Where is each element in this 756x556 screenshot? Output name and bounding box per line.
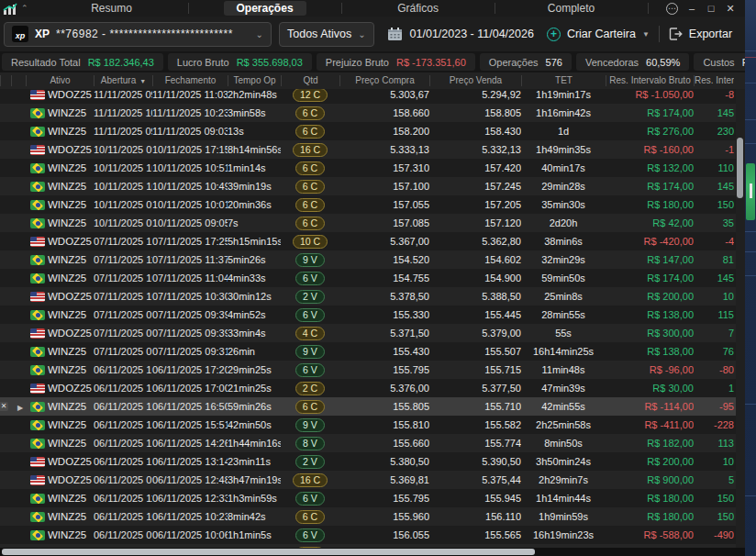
table-row[interactable]: WINZ2506/11/2025 1006/11/2025 10:238min4… [0, 507, 745, 526]
cell-res-interv: 5 [694, 474, 734, 485]
table-row[interactable]: WINZ2506/11/2025 1106/11/2025 12:331h3mi… [0, 489, 745, 507]
calendar-icon[interactable] [387, 27, 403, 41]
table-row[interactable]: WINZ2511/11/2025 1011/11/2025 10:233min5… [0, 104, 745, 122]
tab-graficos[interactable]: Gráficos [342, 0, 495, 17]
table-row[interactable]: WINZ2510/11/2025 1010/11/2025 10:511min1… [0, 159, 745, 177]
cell-preco-compra: 157.100 [339, 181, 429, 192]
qty-buy-badge: 6 C [295, 198, 325, 212]
table-row[interactable]: WDOZ2506/11/2025 0906/11/2025 12:483h47m… [0, 471, 745, 489]
qty-buy-badge: 6 C [295, 161, 325, 175]
cell-res-intervalo-bruto: R$ 200,00 [606, 456, 694, 467]
cell-tet: 1h19min17s [521, 89, 606, 100]
table-row[interactable]: WDOZ2507/11/2025 1207/11/2025 17:255h15m… [0, 232, 745, 250]
cell-preco-venda: 155.445 [429, 309, 521, 320]
table-row[interactable]: WINZ2510/11/2025 1010/11/2025 10:4939min… [0, 177, 745, 195]
brazil-flag-icon [30, 200, 45, 210]
cell-ativo: WINZ25 [48, 438, 94, 449]
horizontal-scrollbar-thumb[interactable] [2, 549, 535, 555]
maximize-icon[interactable]: □ [706, 3, 717, 14]
column-header-abertura[interactable]: Abertura▼ [94, 75, 152, 86]
cell-res-interv: 35 [694, 217, 734, 228]
table-row[interactable]: WINZ2506/11/2025 1506/11/2025 15:5142min… [0, 416, 745, 434]
tab-resumo[interactable]: Resumo [36, 0, 188, 17]
cell-res-interv: 145 [694, 181, 734, 192]
table-row[interactable]: WINZ2507/11/2025 1007/11/2025 11:044min3… [0, 269, 745, 287]
cell-preco-compra: 155.330 [339, 309, 429, 320]
minimize-icon[interactable]: – [686, 3, 697, 14]
close-icon[interactable]: ✕ [725, 3, 736, 15]
table-row[interactable]: WDOZ2506/11/2025 1206/11/2025 13:1423min… [0, 452, 745, 471]
table-row[interactable]: WDOZ2510/11/2025 0910/11/2025 17:158h14m… [0, 140, 745, 159]
table-row[interactable]: WINZ2506/11/2025 0906/11/2025 10:061h1mi… [0, 526, 745, 544]
table-row[interactable]: WINZ2510/11/2025 0910/11/2025 10:0120min… [0, 195, 745, 214]
date-range-filter[interactable]: 01/01/2023 - 11/04/2026 [410, 28, 534, 40]
table-row[interactable]: WINZ2511/11/2025 0911/11/2025 09:0313s6 … [0, 122, 745, 140]
account-selector[interactable]: xp XP **76982 - ************************… [4, 22, 272, 47]
cell-qtd: 2 V [281, 290, 339, 304]
column-header-preco-compra[interactable]: Preço Compra [339, 75, 429, 86]
tab-completo[interactable]: Completo [495, 0, 648, 17]
create-portfolio-button[interactable]: + Criar Carteira ▼ [547, 28, 650, 41]
column-header-res-intervalo-bruto[interactable]: Res. Intervalo Bruto [606, 75, 694, 86]
cell-qtd: 2 V [281, 455, 339, 469]
table-row[interactable]: WINZ2506/11/2025 1606/11/2025 17:2029min… [0, 361, 745, 379]
table-row[interactable]: ✕▶WINZ2506/11/2025 1506/11/2025 16:5059m… [0, 397, 745, 416]
column-header-ativo[interactable]: Ativo [26, 75, 94, 86]
vertical-scrollbar-thumb[interactable] [737, 138, 743, 198]
cell-preco-venda: 158.805 [429, 107, 521, 118]
cell-preco-compra: 5.380,50 [339, 456, 429, 467]
table-row[interactable]: WINZ2507/11/2025 1107/11/2025 11:375min2… [0, 250, 745, 269]
column-header-res-interv[interactable]: Res. Interv [694, 75, 734, 86]
flag-cell [26, 457, 48, 467]
account-masked-number: **76982 - ************************** [56, 28, 250, 40]
toolbar-divider [659, 26, 660, 42]
table-row[interactable]: WINZ2510/11/2025 0910/11/2025 09:057s6 C… [0, 214, 745, 232]
cell-preco-compra: 156.055 [339, 529, 429, 540]
cell-res-intervalo-bruto: R$ 900,00 [606, 474, 694, 485]
column-header-tet[interactable]: TET [521, 75, 606, 86]
cell-preco-compra: 158.660 [339, 107, 429, 118]
cell-tempo-op: 20min36s [228, 199, 281, 210]
flag-cell [26, 494, 48, 504]
cell-res-intervalo-bruto: R$ 180,00 [606, 511, 694, 522]
table-row[interactable]: WINZ2507/11/2025 0907/11/2025 09:394min5… [0, 306, 745, 324]
cell-tet: 47min39s [521, 383, 606, 394]
column-header-tempo-op[interactable]: Tempo Op [228, 75, 281, 86]
row-close-icon[interactable]: ✕ [0, 402, 8, 411]
qty-buy-badge: 16 C [293, 143, 328, 157]
cell-preco-venda: 5.388,50 [429, 291, 521, 302]
vertical-scrollbar[interactable] [736, 89, 745, 548]
table-row[interactable]: WDOZ2507/11/2025 0907/11/2025 09:3933min… [0, 324, 745, 342]
tab-operacoes[interactable]: Operações [189, 0, 341, 17]
collapse-caret-icon[interactable]: ⌃ [21, 4, 28, 13]
stat-label: Vencedoras [585, 57, 639, 68]
export-button[interactable]: Exportar [669, 28, 732, 40]
table-row[interactable]: WDOZ2506/11/2025 1606/11/2025 17:0021min… [0, 379, 745, 397]
cell-res-intervalo-bruto: R$ 138,00 [606, 346, 694, 357]
cell-tet: 2h25min58s [521, 419, 606, 430]
stat-chip: Operações576 [480, 53, 572, 71]
cell-fechamento: 06/11/2025 10:23 [152, 511, 228, 522]
column-header-qtd[interactable]: Qtd [281, 75, 339, 86]
table-row[interactable]: WINZ2507/11/2025 0907/11/2025 09:3126min… [0, 342, 745, 361]
flag-cell [26, 420, 48, 430]
qty-buy-badge: 16 C [293, 473, 328, 487]
table-row[interactable]: WINZ2506/11/2025 1206/11/2025 14:261h44m… [0, 434, 745, 452]
horizontal-scrollbar[interactable] [0, 548, 745, 556]
menu-ellipsis-icon[interactable]: ⋯ [666, 3, 678, 15]
cell-ativo: WDOZ25 [48, 474, 94, 485]
column-header-fechamento[interactable]: Fechamento [152, 75, 228, 86]
column-header-preco-venda[interactable]: Preço Venda [429, 75, 521, 86]
cell-abertura: 10/11/2025 09 [94, 144, 152, 155]
cell-ativo: WINZ25 [48, 401, 94, 412]
table-row[interactable]: WDOZ2511/11/2025 0911/11/2025 11:032h2mi… [0, 89, 745, 104]
cell-res-intervalo-bruto: R$ 174,00 [606, 181, 694, 192]
cell-ativo: WINZ25 [48, 364, 94, 375]
row-expand-icon[interactable]: ▶ [14, 404, 23, 412]
cell-res-intervalo-bruto: R$ -420,00 [606, 236, 694, 247]
cell-tempo-op: 29min25s [228, 364, 281, 375]
cell-preco-venda: 5.294,92 [429, 89, 521, 100]
header-spacer [0, 75, 11, 86]
table-row[interactable]: WDOZ2507/11/2025 1007/11/2025 10:3030min… [0, 287, 745, 306]
asset-filter-select[interactable]: Todos Ativos ⌄ [279, 22, 374, 47]
